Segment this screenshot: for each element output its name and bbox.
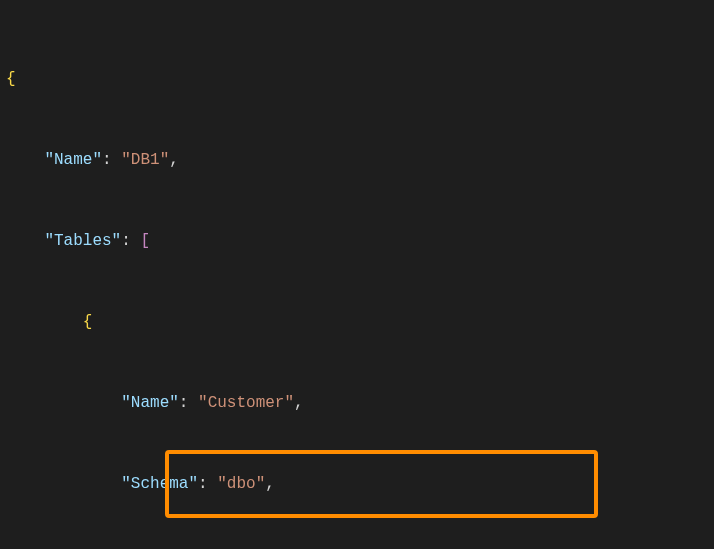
- code-line: {: [0, 66, 714, 93]
- brace-open: {: [6, 70, 16, 88]
- code-line: "Name": "DB1",: [0, 147, 714, 174]
- json-key: "Schema": [121, 475, 198, 493]
- brace-open: {: [83, 313, 93, 331]
- code-line: {: [0, 309, 714, 336]
- code-line: "Tables": [: [0, 228, 714, 255]
- json-key: "Name": [44, 151, 102, 169]
- json-string: "dbo": [217, 475, 265, 493]
- code-line: "Name": "Customer",: [0, 390, 714, 417]
- bracket-open: [: [140, 232, 150, 250]
- code-editor[interactable]: { "Name": "DB1", "Tables": [ { "Name": "…: [0, 0, 714, 549]
- json-string: "DB1": [121, 151, 169, 169]
- json-key: "Name": [121, 394, 179, 412]
- json-key: "Tables": [44, 232, 121, 250]
- code-line: "Schema": "dbo",: [0, 471, 714, 498]
- json-string: "Customer": [198, 394, 294, 412]
